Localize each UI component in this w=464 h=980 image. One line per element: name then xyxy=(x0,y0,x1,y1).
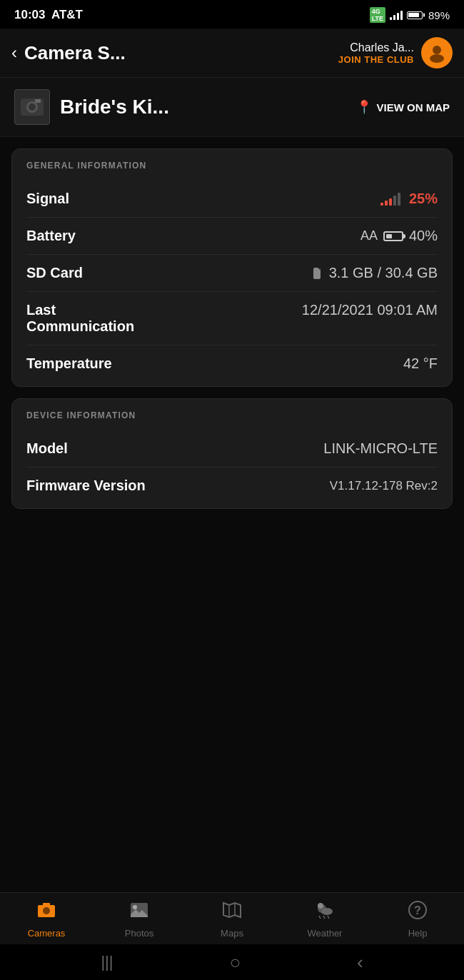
lte-badge: 4GLTE xyxy=(370,7,385,23)
svg-point-0 xyxy=(433,46,441,54)
svg-rect-8 xyxy=(43,903,50,906)
battery-label: Battery xyxy=(26,228,76,244)
battery-percent: 89% xyxy=(428,9,450,21)
nav-title: Camera S... xyxy=(24,42,338,64)
last-comm-row: Last Communication 12/21/2021 09:01 AM xyxy=(26,292,438,345)
help-label: Help xyxy=(408,928,428,939)
model-label: Model xyxy=(26,440,68,457)
camera-thumbnail xyxy=(14,89,50,125)
svg-marker-12 xyxy=(223,903,241,917)
bottom-nav: Cameras Photos Maps xyxy=(0,892,464,944)
status-time-carrier: 10:03 AT&T xyxy=(14,8,83,22)
battery-small-icon xyxy=(383,231,403,241)
view-on-map-button[interactable]: 📍 VIEW ON MAP xyxy=(356,99,450,115)
nav-item-photos[interactable]: Photos xyxy=(114,900,164,939)
status-bar: 10:03 AT&T 4GLTE 89% xyxy=(0,0,464,29)
firmware-row: Firmware Version V1.17.12-178 Rev:2 xyxy=(26,468,438,494)
maps-label: Maps xyxy=(221,928,243,939)
last-comm-value: 12/21/2021 09:01 AM xyxy=(302,302,438,318)
cameras-label: Cameras xyxy=(28,928,66,939)
last-comm-label2: Communication xyxy=(26,318,134,335)
recent-apps-button[interactable]: ||| xyxy=(101,953,113,971)
signal-label: Signal xyxy=(26,191,69,207)
home-button[interactable]: ○ xyxy=(229,951,241,974)
signal-value: 25% xyxy=(380,191,438,207)
device-info-label: DEVICE INFORMATION xyxy=(26,410,438,420)
signal-percent: 25% xyxy=(409,191,438,207)
weather-icon xyxy=(315,900,335,925)
battery-percent-value: 40% xyxy=(409,228,438,244)
signal-bars-icon xyxy=(380,193,400,206)
status-icons: 4GLTE 89% xyxy=(370,7,450,23)
svg-rect-5 xyxy=(35,99,41,103)
battery-row: Battery AA 40% xyxy=(26,218,438,255)
sdcard-size: 3.1 GB / 30.4 GB xyxy=(329,265,438,281)
join-club-label[interactable]: JOIN THE CLUB xyxy=(338,54,414,65)
svg-point-16 xyxy=(321,908,333,915)
last-comm-label-stack: Last Communication xyxy=(26,302,134,335)
cameras-icon xyxy=(36,900,56,925)
user-section: Charles Ja... JOIN THE CLUB xyxy=(338,37,453,69)
camera-thumbnail-icon xyxy=(18,93,46,121)
model-row: Model LINK-MICRO-LTE xyxy=(26,430,438,468)
device-info-card: DEVICE INFORMATION Model LINK-MICRO-LTE … xyxy=(11,398,453,509)
home-bar: ||| ○ ‹ xyxy=(0,944,464,980)
general-info-label: GENERAL INFORMATION xyxy=(26,161,438,171)
nav-item-help[interactable]: ? Help xyxy=(393,900,443,939)
signal-row: Signal 25% xyxy=(26,181,438,218)
help-icon: ? xyxy=(408,900,428,925)
nav-item-cameras[interactable]: Cameras xyxy=(21,900,71,939)
photos-label: Photos xyxy=(125,928,153,939)
sdcard-row: SD Card 3.1 GB / 30.4 GB xyxy=(26,255,438,292)
main-content: GENERAL INFORMATION Signal 25% Battery A… xyxy=(0,137,464,610)
svg-point-1 xyxy=(430,54,444,63)
back-button[interactable]: ‹ xyxy=(11,43,17,63)
temperature-label: Temperature xyxy=(26,355,112,372)
maps-icon xyxy=(222,900,242,925)
location-pin-icon: 📍 xyxy=(356,99,372,115)
nav-item-maps[interactable]: Maps xyxy=(207,900,257,939)
photos-icon xyxy=(129,900,149,925)
weather-label: Weather xyxy=(308,928,343,939)
sdcard-value: 3.1 GB / 30.4 GB xyxy=(313,265,438,281)
last-comm-label: Last xyxy=(26,302,134,318)
general-info-card: GENERAL INFORMATION Signal 25% Battery A… xyxy=(11,148,453,387)
user-info: Charles Ja... JOIN THE CLUB xyxy=(338,41,414,65)
status-time: 10:03 xyxy=(14,8,45,21)
svg-point-4 xyxy=(29,103,36,111)
svg-text:?: ? xyxy=(414,904,421,916)
battery-type: AA xyxy=(360,228,378,243)
status-carrier: AT&T xyxy=(51,8,83,21)
svg-point-7 xyxy=(43,907,50,914)
firmware-value: V1.17.12-178 Rev:2 xyxy=(330,479,438,493)
user-name: Charles Ja... xyxy=(338,41,414,54)
svg-point-11 xyxy=(133,905,137,909)
temperature-value: 42 °F xyxy=(403,355,438,372)
sdcard-label: SD Card xyxy=(26,265,83,281)
avatar[interactable] xyxy=(421,37,453,69)
back-nav-button[interactable]: ‹ xyxy=(357,951,363,974)
svg-point-17 xyxy=(318,903,323,909)
temperature-row: Temperature 42 °F xyxy=(26,345,438,372)
firmware-label: Firmware Version xyxy=(26,478,146,494)
sdcard-icon xyxy=(313,268,321,279)
view-on-map-label: VIEW ON MAP xyxy=(376,101,450,113)
nav-item-weather[interactable]: Weather xyxy=(300,900,350,939)
camera-header: Bride's Ki... 📍 VIEW ON MAP xyxy=(0,78,464,137)
signal-bars-icon xyxy=(390,10,403,20)
battery-value: AA 40% xyxy=(360,228,438,244)
camera-name: Bride's Ki... xyxy=(60,96,346,118)
top-nav: ‹ Camera S... Charles Ja... JOIN THE CLU… xyxy=(0,29,464,78)
model-value: LINK-MICRO-LTE xyxy=(323,440,438,457)
battery-status-icon: 89% xyxy=(407,9,450,21)
